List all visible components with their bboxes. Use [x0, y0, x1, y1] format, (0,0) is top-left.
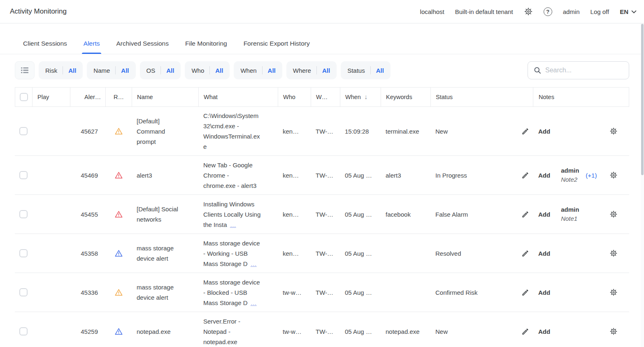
- tab-client-sessions[interactable]: Client Sessions: [22, 36, 68, 54]
- filter-chip-os[interactable]: OS All: [140, 61, 181, 79]
- table-row: 45259 notepad.exe Server.Error - Notepad…: [15, 312, 629, 347]
- keywords-value: notepad.exe: [386, 326, 420, 337]
- sort-desc-icon: ↓: [364, 93, 367, 101]
- column-header-when[interactable]: When ↓: [340, 88, 381, 106]
- who-value: ken…: [283, 126, 299, 136]
- column-header-where[interactable]: W…: [311, 88, 340, 106]
- risk-warning-icon: [114, 327, 123, 336]
- filter-chip-value: All: [215, 67, 223, 74]
- alert-id: 45358: [81, 248, 98, 259]
- search-icon: [533, 66, 542, 74]
- what-more-link[interactable]: …: [251, 299, 257, 306]
- tab-file-monitoring[interactable]: File Monitoring: [184, 36, 228, 54]
- note-author: admin: [561, 166, 579, 175]
- what-more-link[interactable]: …: [230, 221, 236, 228]
- edit-status-icon[interactable]: [521, 127, 529, 135]
- keywords-value: facebook: [386, 209, 411, 220]
- filter-chip-label: Name: [93, 67, 110, 74]
- add-note-button[interactable]: Add: [538, 170, 550, 180]
- tab-bar: Client Sessions Alerts Archived Sessions…: [0, 36, 644, 54]
- column-header-keywords[interactable]: Keywords: [381, 88, 431, 106]
- row-settings-icon[interactable]: [609, 171, 618, 179]
- add-note-button[interactable]: Add: [538, 248, 550, 259]
- column-list-button[interactable]: [15, 61, 35, 79]
- filter-chip-where[interactable]: Where All: [286, 61, 337, 79]
- search-input[interactable]: [545, 67, 623, 74]
- filter-chip-who[interactable]: Who All: [185, 61, 230, 79]
- filter-chip-value: All: [322, 67, 330, 74]
- row-checkbox[interactable]: [19, 288, 28, 296]
- add-note-button[interactable]: Add: [538, 126, 550, 136]
- edit-status-icon[interactable]: [521, 250, 529, 257]
- filter-chip-value: All: [166, 67, 174, 74]
- filter-chip-label: Who: [191, 67, 204, 74]
- filter-chip-label: OS: [146, 67, 156, 74]
- table-row: 45627 [Default] Command prompt C:\Window…: [15, 107, 629, 156]
- edit-status-icon[interactable]: [521, 328, 529, 335]
- column-header-notes[interactable]: Notes: [533, 88, 629, 106]
- edit-status-icon[interactable]: [521, 289, 529, 296]
- row-checkbox[interactable]: [19, 249, 28, 257]
- tab-alerts[interactable]: Alerts: [83, 36, 101, 54]
- more-notes-link[interactable]: (+1): [586, 170, 597, 180]
- language-selector[interactable]: EN: [620, 8, 637, 15]
- filter-chip-risk[interactable]: Risk All: [39, 61, 83, 79]
- when-value: 05 Aug …: [345, 287, 372, 298]
- tab-forensic-export-history[interactable]: Forensic Export History: [243, 36, 311, 54]
- row-checkbox[interactable]: [19, 171, 28, 179]
- row-settings-icon[interactable]: [609, 327, 618, 335]
- vertical-scrollbar[interactable]: [641, 24, 644, 347]
- tenant-label: Built-in default tenant: [455, 8, 513, 15]
- row-settings-icon[interactable]: [609, 210, 618, 218]
- tab-archived-sessions[interactable]: Archived Sessions: [115, 36, 170, 54]
- what-text: New Tab - Google Chrome - chrome.exe - a…: [203, 162, 256, 189]
- note-title: Note2: [561, 175, 579, 184]
- select-all-checkbox[interactable]: [20, 93, 28, 101]
- row-settings-icon[interactable]: [609, 249, 618, 257]
- add-note-button[interactable]: Add: [538, 209, 550, 220]
- edit-status-icon[interactable]: [521, 211, 529, 218]
- logoff-button[interactable]: Log off: [591, 8, 609, 15]
- note-title: Note1: [561, 214, 579, 223]
- row-checkbox[interactable]: [19, 127, 28, 135]
- row-settings-icon[interactable]: [609, 288, 618, 296]
- add-note-button[interactable]: Add: [538, 287, 550, 298]
- column-header-risk[interactable]: R…: [106, 88, 132, 106]
- risk-warning-icon: [114, 288, 123, 297]
- divider: [63, 66, 63, 74]
- settings-gear-icon[interactable]: [524, 7, 533, 16]
- row-checkbox[interactable]: [19, 210, 28, 218]
- add-note-button[interactable]: Add: [538, 326, 550, 337]
- edit-status-icon[interactable]: [521, 171, 529, 179]
- filter-chip-status[interactable]: Status All: [341, 61, 391, 79]
- filter-chip-label: Where: [293, 67, 311, 74]
- where-value: TW-…: [316, 287, 333, 298]
- what-more-link[interactable]: …: [251, 260, 257, 267]
- table-row: 45469 alert3 New Tab - Google Chrome - c…: [15, 156, 629, 195]
- who-value: ken…: [283, 170, 299, 180]
- where-value: TW-…: [316, 326, 333, 337]
- column-header-status[interactable]: Status: [431, 88, 533, 106]
- filter-chip-value: All: [68, 67, 76, 74]
- row-settings-icon[interactable]: [609, 127, 618, 135]
- column-header-what[interactable]: What: [199, 88, 278, 106]
- alert-id: 45469: [81, 170, 98, 180]
- what-text: Server.Error - Notepad - notepad.exe: [203, 318, 240, 345]
- column-header-name[interactable]: Name: [132, 88, 199, 106]
- help-icon[interactable]: ?: [544, 7, 552, 16]
- user-menu[interactable]: admin: [563, 8, 580, 15]
- where-value: TW-…: [316, 209, 333, 220]
- column-header-who[interactable]: Who: [278, 88, 311, 106]
- column-header-play[interactable]: Play: [33, 88, 70, 106]
- scrollbar-thumb[interactable]: [641, 24, 644, 175]
- help-glyph: ?: [544, 7, 552, 16]
- alert-id: 45336: [81, 287, 98, 298]
- risk-warning-icon: [114, 171, 123, 180]
- row-checkbox[interactable]: [19, 327, 28, 335]
- alert-name: [Default] Social networks: [137, 204, 186, 224]
- table-body: 45627 [Default] Command prompt C:\Window…: [15, 107, 629, 347]
- column-header-alert-id[interactable]: Aler…: [70, 88, 106, 106]
- filter-chip-when[interactable]: When All: [234, 61, 282, 79]
- filter-chip-name[interactable]: Name All: [87, 61, 135, 79]
- when-value: 05 Aug …: [345, 326, 372, 337]
